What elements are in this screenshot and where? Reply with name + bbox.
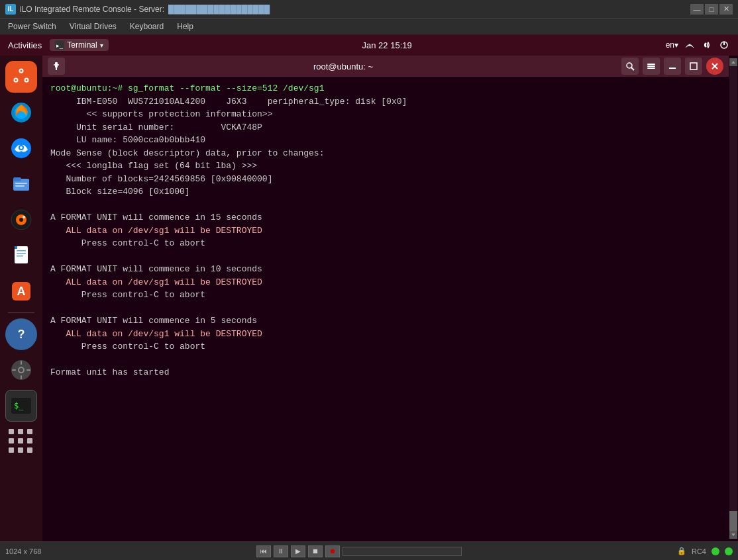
scroll-down-button[interactable] bbox=[729, 531, 737, 539]
close-button[interactable]: ✕ bbox=[719, 4, 733, 15]
terminal-title: root@ubuntu: ~ bbox=[65, 62, 621, 71]
statusbar: 1024 x 768 ⏮ ⏸ ▶ ⏹ ⏺ 🔒 RC4 bbox=[0, 541, 738, 560]
ubuntu-topbar-left: Activities ▸_ Terminal ▾ bbox=[8, 39, 109, 51]
svg-rect-52 bbox=[690, 63, 697, 70]
svg-text:?: ? bbox=[18, 328, 25, 341]
rhythmbox-icon bbox=[9, 208, 33, 232]
dock-item-rhythmbox[interactable] bbox=[5, 204, 37, 236]
power-icon[interactable] bbox=[718, 39, 730, 51]
svg-rect-28 bbox=[17, 253, 26, 254]
scroll-up-button[interactable] bbox=[729, 58, 737, 66]
menu-power-switch[interactable]: Power Switch bbox=[3, 21, 62, 32]
svg-rect-20 bbox=[15, 185, 25, 187]
terminal-title-left bbox=[48, 58, 65, 75]
svg-point-46 bbox=[627, 63, 632, 68]
scrollbar-thumb[interactable] bbox=[729, 511, 737, 531]
svg-point-36 bbox=[19, 368, 23, 372]
titlebar-controls: — □ ✕ bbox=[690, 4, 733, 15]
svg-text:A: A bbox=[17, 285, 26, 298]
svg-text:▸_: ▸_ bbox=[56, 42, 64, 49]
dock: A ? $_ bbox=[0, 56, 42, 541]
settings-icon bbox=[9, 358, 33, 382]
terminal-menu-button[interactable] bbox=[643, 58, 660, 75]
dock-item-settings[interactable] bbox=[5, 354, 37, 386]
ubuntu-topbar-datetime: Jan 22 15:19 bbox=[362, 40, 412, 50]
main-area: A ? $_ bbox=[0, 56, 738, 541]
svg-point-23 bbox=[19, 218, 23, 222]
media-pause-button[interactable]: ⏸ bbox=[274, 545, 288, 557]
media-stop-button[interactable]: ⏹ bbox=[308, 545, 323, 557]
dock-item-firefox[interactable] bbox=[5, 97, 37, 128]
terminal-pin-button[interactable] bbox=[48, 58, 65, 75]
terminal-line: <<< longlba flag set (64 bit lba) >>> bbox=[50, 160, 721, 173]
svg-point-11 bbox=[26, 79, 28, 81]
dock-item-writer[interactable] bbox=[5, 240, 37, 271]
svg-rect-18 bbox=[13, 177, 21, 181]
svg-point-24 bbox=[23, 216, 25, 218]
svg-rect-39 bbox=[12, 369, 16, 371]
ubuntu-topbar: Activities ▸_ Terminal ▾ Jan 22 15:19 en… bbox=[0, 34, 738, 56]
terminal-line: Unit serial number: VCKA748P bbox=[50, 121, 721, 134]
activities-button[interactable]: Activities bbox=[8, 40, 42, 50]
server-address: ██████████████████ bbox=[168, 5, 270, 14]
terminal-search-button[interactable] bbox=[621, 58, 639, 75]
terminal-line: root@ubuntu:~# sg_format --format --size… bbox=[50, 82, 721, 95]
media-rewind-button[interactable]: ⏮ bbox=[256, 545, 271, 557]
language-selector[interactable]: en▾ bbox=[666, 40, 678, 50]
terminal-line: ALL data on /dev/sg1 will be DESTROYED bbox=[50, 276, 721, 289]
media-play-button[interactable]: ▶ bbox=[291, 545, 305, 557]
menu-help[interactable]: Help bbox=[172, 21, 199, 32]
terminal-line: ALL data on /dev/sg1 will be DESTROYED bbox=[50, 224, 721, 238]
svg-point-9 bbox=[21, 70, 23, 72]
svg-rect-38 bbox=[21, 375, 22, 379]
firefox-icon bbox=[9, 101, 33, 124]
scrollbar-area bbox=[729, 56, 738, 541]
media-record-button[interactable]: ⏺ bbox=[325, 545, 340, 557]
terminal-line: Press control-C to abort bbox=[50, 340, 721, 353]
terminal-tab-icon: ▸_ bbox=[55, 40, 64, 50]
media-progress-bar[interactable] bbox=[343, 547, 462, 556]
status-dot-2 bbox=[725, 547, 733, 555]
svg-line-47 bbox=[631, 68, 634, 70]
status-dot-1 bbox=[712, 547, 719, 555]
terminal-line: Block size=4096 [0x1000] bbox=[50, 185, 721, 199]
svg-point-16 bbox=[20, 146, 23, 149]
dock-item-help[interactable]: ? bbox=[5, 318, 37, 350]
network-icon[interactable] bbox=[684, 39, 696, 51]
svg-rect-40 bbox=[26, 369, 30, 371]
titlebar-title: iLO Integrated Remote Console - Server: bbox=[20, 5, 164, 14]
terminal-minimize-button[interactable] bbox=[664, 58, 681, 75]
ubuntu-logo bbox=[11, 66, 32, 87]
titlebar: iL iLO Integrated Remote Console - Serve… bbox=[0, 0, 738, 19]
menu-virtual-drives[interactable]: Virtual Drives bbox=[64, 21, 122, 32]
terminal-title-right bbox=[621, 58, 723, 75]
dock-item-appstore[interactable]: A bbox=[5, 275, 37, 307]
ubuntu-topbar-right: en▾ bbox=[666, 39, 730, 51]
maximize-button[interactable]: □ bbox=[705, 4, 718, 15]
dock-item-appgrid[interactable] bbox=[5, 426, 37, 457]
minimize-button[interactable]: — bbox=[690, 4, 704, 15]
appstore-icon: A bbox=[9, 279, 33, 303]
titlebar-left: iL iLO Integrated Remote Console - Serve… bbox=[5, 4, 270, 15]
terminal-close-button[interactable] bbox=[706, 58, 723, 75]
terminal-tab-button[interactable]: ▸_ Terminal ▾ bbox=[50, 39, 108, 51]
terminal-line bbox=[50, 250, 721, 263]
statusbar-right: 🔒 RC4 bbox=[677, 547, 733, 555]
terminal-line bbox=[50, 199, 721, 212]
statusbar-controls: ⏮ ⏸ ▶ ⏹ ⏺ bbox=[256, 545, 462, 557]
svg-rect-48 bbox=[647, 64, 655, 65]
writer-icon bbox=[9, 244, 33, 267]
menu-keyboard[interactable]: Keyboard bbox=[125, 21, 169, 32]
files-icon bbox=[9, 172, 33, 196]
terminal-maximize-button[interactable] bbox=[685, 58, 702, 75]
rc-label: RC4 bbox=[692, 547, 706, 555]
dock-item-ubuntu[interactable] bbox=[5, 61, 37, 93]
terminal-line: Press control-C to abort bbox=[50, 289, 721, 302]
dock-item-terminal[interactable]: $_ bbox=[5, 390, 37, 422]
dock-item-thunderbird[interactable] bbox=[5, 132, 37, 164]
dock-item-files[interactable] bbox=[5, 168, 37, 200]
scrollbar-track[interactable] bbox=[729, 66, 737, 531]
terminal-content[interactable]: root@ubuntu:~# sg_format --format --size… bbox=[42, 77, 729, 541]
volume-icon[interactable] bbox=[701, 39, 713, 51]
terminal-line: Mode Sense (block descriptor) data, prio… bbox=[50, 147, 721, 160]
